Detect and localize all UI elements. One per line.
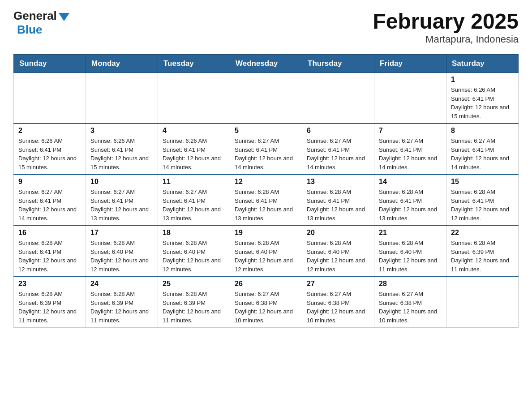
calendar-table: SundayMondayTuesdayWednesdayThursdayFrid… <box>13 54 519 328</box>
day-info: Sunrise: 6:28 AMSunset: 6:39 PMDaylight:… <box>90 290 153 325</box>
day-number: 24 <box>90 280 153 288</box>
day-info: Sunrise: 6:28 AMSunset: 6:39 PMDaylight:… <box>451 239 514 274</box>
day-number: 10 <box>90 178 153 186</box>
weekday-header-thursday: Thursday <box>302 55 374 73</box>
day-info: Sunrise: 6:27 AMSunset: 6:38 PMDaylight:… <box>307 290 369 325</box>
calendar-week-row: 2Sunrise: 6:26 AMSunset: 6:41 PMDaylight… <box>14 124 519 175</box>
calendar-cell: 23Sunrise: 6:28 AMSunset: 6:39 PMDayligh… <box>14 277 86 328</box>
calendar-cell <box>158 73 230 124</box>
day-info: Sunrise: 6:28 AMSunset: 6:41 PMDaylight:… <box>235 188 297 223</box>
calendar-cell: 6Sunrise: 6:27 AMSunset: 6:41 PMDaylight… <box>302 124 374 175</box>
day-number: 25 <box>163 280 225 288</box>
calendar-cell: 15Sunrise: 6:28 AMSunset: 6:41 PMDayligh… <box>446 175 519 226</box>
day-number: 6 <box>307 127 369 135</box>
calendar-cell <box>14 73 86 124</box>
day-number: 14 <box>379 178 442 186</box>
weekday-header-friday: Friday <box>374 55 446 73</box>
day-number: 9 <box>18 178 81 186</box>
calendar-week-row: 16Sunrise: 6:28 AMSunset: 6:41 PMDayligh… <box>14 226 519 277</box>
day-info: Sunrise: 6:26 AMSunset: 6:41 PMDaylight:… <box>90 137 153 171</box>
day-info: Sunrise: 6:26 AMSunset: 6:41 PMDaylight:… <box>451 86 514 120</box>
day-number: 1 <box>451 76 514 84</box>
calendar-cell: 19Sunrise: 6:28 AMSunset: 6:40 PMDayligh… <box>230 226 302 277</box>
day-number: 28 <box>379 280 442 288</box>
day-info: Sunrise: 6:28 AMSunset: 6:40 PMDaylight:… <box>90 239 153 274</box>
title-section: February 2025 Martapura, Indonesia <box>373 9 519 45</box>
day-info: Sunrise: 6:27 AMSunset: 6:41 PMDaylight:… <box>163 188 225 223</box>
weekday-header-monday: Monday <box>86 55 158 73</box>
day-info: Sunrise: 6:28 AMSunset: 6:41 PMDaylight:… <box>307 188 369 223</box>
calendar-cell <box>86 73 158 124</box>
day-number: 11 <box>163 178 225 186</box>
logo-general-text: General <box>13 9 57 23</box>
calendar-cell: 13Sunrise: 6:28 AMSunset: 6:41 PMDayligh… <box>302 175 374 226</box>
calendar-cell <box>446 277 519 328</box>
day-number: 18 <box>163 229 225 237</box>
weekday-header-sunday: Sunday <box>14 55 86 73</box>
calendar-cell: 22Sunrise: 6:28 AMSunset: 6:39 PMDayligh… <box>446 226 519 277</box>
day-info: Sunrise: 6:28 AMSunset: 6:39 PMDaylight:… <box>18 290 81 325</box>
calendar-cell: 1Sunrise: 6:26 AMSunset: 6:41 PMDaylight… <box>446 73 519 124</box>
logo-general: General <box>13 9 69 23</box>
weekday-header-tuesday: Tuesday <box>158 55 230 73</box>
calendar-cell: 20Sunrise: 6:28 AMSunset: 6:40 PMDayligh… <box>302 226 374 277</box>
page-header: General Blue February 2025 Martapura, In… <box>13 9 519 45</box>
day-number: 22 <box>451 229 514 237</box>
day-number: 16 <box>18 229 81 237</box>
calendar-cell: 8Sunrise: 6:27 AMSunset: 6:41 PMDaylight… <box>446 124 519 175</box>
day-number: 8 <box>451 127 514 135</box>
weekday-header-wednesday: Wednesday <box>230 55 302 73</box>
day-info: Sunrise: 6:27 AMSunset: 6:41 PMDaylight:… <box>307 137 369 171</box>
day-info: Sunrise: 6:28 AMSunset: 6:40 PMDaylight:… <box>379 239 442 274</box>
calendar-cell: 27Sunrise: 6:27 AMSunset: 6:38 PMDayligh… <box>302 277 374 328</box>
day-info: Sunrise: 6:28 AMSunset: 6:40 PMDaylight:… <box>235 239 297 274</box>
day-info: Sunrise: 6:26 AMSunset: 6:41 PMDaylight:… <box>163 137 225 171</box>
day-info: Sunrise: 6:27 AMSunset: 6:41 PMDaylight:… <box>451 137 514 171</box>
day-info: Sunrise: 6:28 AMSunset: 6:40 PMDaylight:… <box>307 239 369 274</box>
month-title: February 2025 <box>373 9 519 34</box>
day-info: Sunrise: 6:27 AMSunset: 6:41 PMDaylight:… <box>379 137 442 171</box>
calendar-cell: 11Sunrise: 6:27 AMSunset: 6:41 PMDayligh… <box>158 175 230 226</box>
day-info: Sunrise: 6:28 AMSunset: 6:39 PMDaylight:… <box>163 290 225 325</box>
calendar-cell: 16Sunrise: 6:28 AMSunset: 6:41 PMDayligh… <box>14 226 86 277</box>
day-number: 3 <box>90 127 153 135</box>
calendar-cell <box>302 73 374 124</box>
calendar-cell: 7Sunrise: 6:27 AMSunset: 6:41 PMDaylight… <box>374 124 446 175</box>
day-number: 12 <box>235 178 297 186</box>
day-number: 23 <box>18 280 81 288</box>
day-number: 27 <box>307 280 369 288</box>
calendar-cell: 14Sunrise: 6:28 AMSunset: 6:41 PMDayligh… <box>374 175 446 226</box>
day-number: 2 <box>18 127 81 135</box>
calendar-cell <box>374 73 446 124</box>
calendar-cell: 17Sunrise: 6:28 AMSunset: 6:40 PMDayligh… <box>86 226 158 277</box>
day-info: Sunrise: 6:27 AMSunset: 6:38 PMDaylight:… <box>379 290 442 325</box>
day-info: Sunrise: 6:28 AMSunset: 6:40 PMDaylight:… <box>163 239 225 274</box>
calendar-cell: 21Sunrise: 6:28 AMSunset: 6:40 PMDayligh… <box>374 226 446 277</box>
day-number: 26 <box>235 280 297 288</box>
calendar-cell: 28Sunrise: 6:27 AMSunset: 6:38 PMDayligh… <box>374 277 446 328</box>
day-number: 4 <box>163 127 225 135</box>
day-info: Sunrise: 6:28 AMSunset: 6:41 PMDaylight:… <box>451 188 514 223</box>
day-number: 7 <box>379 127 442 135</box>
weekday-header-saturday: Saturday <box>446 55 519 73</box>
calendar-cell: 5Sunrise: 6:27 AMSunset: 6:41 PMDaylight… <box>230 124 302 175</box>
day-number: 5 <box>235 127 297 135</box>
day-number: 20 <box>307 229 369 237</box>
logo-blue-text: Blue <box>17 23 42 37</box>
calendar-cell: 25Sunrise: 6:28 AMSunset: 6:39 PMDayligh… <box>158 277 230 328</box>
calendar-header-row: SundayMondayTuesdayWednesdayThursdayFrid… <box>14 55 519 73</box>
day-info: Sunrise: 6:28 AMSunset: 6:41 PMDaylight:… <box>18 239 81 274</box>
calendar-cell: 10Sunrise: 6:27 AMSunset: 6:41 PMDayligh… <box>86 175 158 226</box>
calendar-cell: 18Sunrise: 6:28 AMSunset: 6:40 PMDayligh… <box>158 226 230 277</box>
day-number: 13 <box>307 178 369 186</box>
calendar-cell: 4Sunrise: 6:26 AMSunset: 6:41 PMDaylight… <box>158 124 230 175</box>
day-info: Sunrise: 6:27 AMSunset: 6:38 PMDaylight:… <box>235 290 297 325</box>
location: Martapura, Indonesia <box>373 34 519 45</box>
day-number: 15 <box>451 178 514 186</box>
calendar-cell: 26Sunrise: 6:27 AMSunset: 6:38 PMDayligh… <box>230 277 302 328</box>
day-number: 21 <box>379 229 442 237</box>
day-number: 19 <box>235 229 297 237</box>
calendar-cell: 2Sunrise: 6:26 AMSunset: 6:41 PMDaylight… <box>14 124 86 175</box>
day-info: Sunrise: 6:27 AMSunset: 6:41 PMDaylight:… <box>18 188 81 223</box>
day-number: 17 <box>90 229 153 237</box>
